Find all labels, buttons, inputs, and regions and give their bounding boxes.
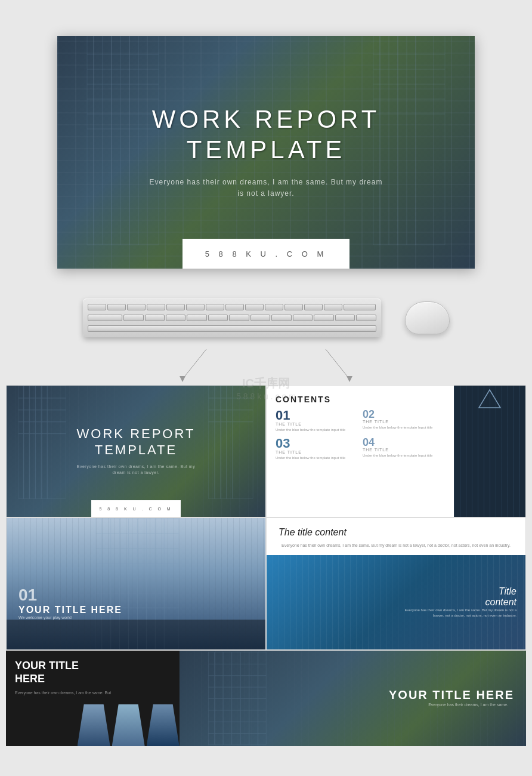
key xyxy=(208,315,228,321)
content-item-2: 02 THE TITLE Under the blue below the te… xyxy=(363,409,445,432)
key xyxy=(344,304,376,310)
bottom-left-title: YOUR TITLEHERE xyxy=(15,660,171,685)
content-item-3: 03 THE TITLE Under the blue below the te… xyxy=(276,437,358,460)
thumb2-background: CONTENTS 01 THE TITLE Under the blue bel… xyxy=(267,386,525,517)
bottom-left-images xyxy=(78,704,180,746)
svg-rect-73 xyxy=(208,710,266,710)
thumb1-subtitle: Everyone has their own dreams, I am the … xyxy=(70,464,202,476)
thumbnail-2: CONTENTS 01 THE TITLE Under the blue bel… xyxy=(266,385,526,518)
content-title-4: THE TITLE xyxy=(363,448,445,452)
thumb4-bottom-title: Titlecontent xyxy=(485,586,516,608)
key xyxy=(147,304,165,310)
key xyxy=(166,304,185,310)
keyboard xyxy=(83,298,381,337)
thumb1-content: WORK REPORT TEMPLATE Everyone has their … xyxy=(7,386,265,517)
keyboard-section xyxy=(0,287,532,349)
svg-line-25 xyxy=(326,349,349,379)
contents-grid: 01 THE TITLE Under the blue below the te… xyxy=(276,409,445,461)
main-slide: WORK REPORT TEMPLATE Everyone has their … xyxy=(57,36,475,269)
arrow-lines-svg xyxy=(147,349,385,385)
mini-image-3 xyxy=(147,704,180,746)
main-slide-footer: 5 8 8 K U . C O M xyxy=(183,239,349,269)
svg-rect-58 xyxy=(95,563,178,563)
content-desc-1: Under the blue below the template input … xyxy=(276,427,358,432)
thumb1-slide: WORK REPORT TEMPLATE Everyone has their … xyxy=(7,386,265,517)
thumb3-bottom-strip xyxy=(7,620,265,649)
svg-line-24 xyxy=(183,349,206,379)
bottom-left-slide: YOUR TITLEHERE Everyone has their own dr… xyxy=(6,651,180,746)
thumb3-content: 01 YOUR TITLE HERE We welcome your play … xyxy=(18,586,122,620)
thumb3-subtitle: We welcome your play world xyxy=(18,615,122,620)
svg-marker-27 xyxy=(347,376,352,382)
svg-rect-75 xyxy=(208,733,266,734)
mini-image-1 xyxy=(78,704,110,746)
key xyxy=(324,304,342,310)
key xyxy=(166,315,185,321)
thumb4-bottom-bg: Titlecontent Everyone has their own drea… xyxy=(267,555,525,650)
bottom-right-slide: YOUR TITLE HERE Everyone has their dream… xyxy=(180,651,526,746)
bottom-row: YOUR TITLEHERE Everyone has their own dr… xyxy=(6,650,526,746)
main-slide-subtitle: Everyone has their own dreams, I am the … xyxy=(147,177,385,199)
mini-image-2 xyxy=(112,704,145,746)
thumbnail-4: The title content Everyone has their own… xyxy=(266,518,526,650)
thumb1-footer: 5 8 8 K U . C O M xyxy=(91,500,181,517)
content-desc-4: Under the blue below the template Input … xyxy=(363,453,445,458)
thumb2-right xyxy=(454,386,525,517)
thumb3-number: 01 xyxy=(18,586,37,604)
mouse xyxy=(405,301,450,334)
key xyxy=(356,315,376,321)
svg-rect-71 xyxy=(208,687,266,688)
thumb4-background: The title content Everyone has their own… xyxy=(267,518,525,649)
bottom-right-title: YOUR TITLE HERE xyxy=(389,688,514,702)
svg-rect-70 xyxy=(208,675,266,676)
thumb3-background: 01 YOUR TITLE HERE We welcome your play … xyxy=(7,518,265,649)
key xyxy=(271,315,291,321)
key xyxy=(250,315,270,321)
thumb4-slide: The title content Everyone has their own… xyxy=(267,518,525,649)
key xyxy=(88,315,123,321)
content-desc-2: Under the blue below the template Input … xyxy=(363,425,445,430)
thumb1-background: WORK REPORT TEMPLATE Everyone has their … xyxy=(7,386,265,517)
key xyxy=(107,304,126,310)
thumb3-slide: 01 YOUR TITLE HERE We welcome your play … xyxy=(7,518,265,649)
thumb3-title: YOUR TITLE HERE xyxy=(18,605,122,615)
svg-rect-74 xyxy=(208,722,266,722)
thumb4-bottom: Titlecontent Everyone has their own drea… xyxy=(267,555,525,650)
thumbnail-1: WORK REPORT TEMPLATE Everyone has their … xyxy=(6,385,266,518)
svg-marker-26 xyxy=(180,376,185,382)
content-num-2: 02 xyxy=(363,409,445,420)
thumb4-description: Everyone has their own dreams, I am the … xyxy=(279,543,514,549)
key-row-1 xyxy=(88,304,376,310)
key xyxy=(265,304,283,310)
key xyxy=(335,315,355,321)
content-desc-3: Under the blue below the template input … xyxy=(276,455,358,460)
key xyxy=(229,315,249,321)
thumb4-main-title: The title content xyxy=(279,527,514,538)
triangle-decoration xyxy=(478,389,502,409)
bottom-left-subtitle: Everyone has their own dreams, I am the … xyxy=(15,690,171,697)
key xyxy=(88,304,106,310)
content-title-1: THE TITLE xyxy=(276,422,358,426)
svg-rect-69 xyxy=(208,664,266,664)
svg-rect-56 xyxy=(95,533,178,534)
key xyxy=(145,315,165,321)
content-title-3: THE TITLE xyxy=(276,450,358,454)
content-item-1: 01 THE TITLE Under the blue below the te… xyxy=(276,409,358,432)
bottom-right-background: YOUR TITLE HERE Everyone has their dream… xyxy=(180,651,526,746)
thumbnail-grid: WORK REPORT TEMPLATE Everyone has their … xyxy=(6,385,526,650)
main-slide-content: WORK REPORT TEMPLATE Everyone has their … xyxy=(57,36,475,269)
key xyxy=(187,315,206,321)
bottom-right-content: YOUR TITLE HERE Everyone has their dream… xyxy=(389,688,514,709)
svg-rect-57 xyxy=(95,548,178,549)
content-num-4: 04 xyxy=(363,437,445,448)
key-row-2 xyxy=(88,315,376,321)
key xyxy=(284,304,303,310)
main-slide-title: WORK REPORT TEMPLATE xyxy=(152,104,381,165)
content-num-3: 03 xyxy=(276,437,358,450)
content-item-4: 04 THE TITLE Under the blue below the te… xyxy=(363,437,445,460)
key xyxy=(293,315,313,321)
svg-marker-46 xyxy=(479,390,500,408)
bottom-right-subtitle: Everyone has their dreams, I am the same… xyxy=(389,702,508,709)
thumbnail-3: 01 YOUR TITLE HERE We welcome your play … xyxy=(6,518,266,650)
svg-rect-72 xyxy=(208,698,266,699)
